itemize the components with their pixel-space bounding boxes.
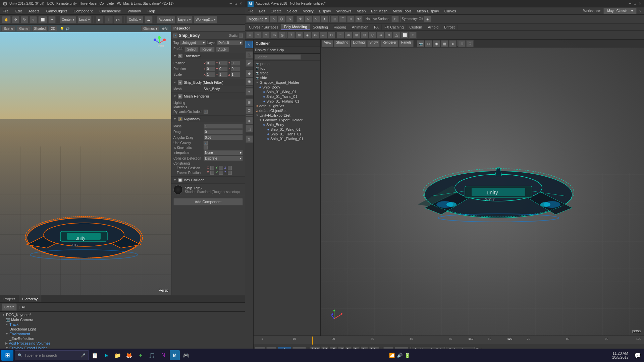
freeze-pos-x[interactable] — [210, 166, 214, 170]
add-component-button[interactable]: Add Component — [173, 198, 243, 205]
dynamic-occluded-checkbox[interactable]: ✓ — [204, 110, 208, 114]
snap-grid-btn[interactable]: ⊞ — [331, 16, 338, 22]
viewport-shading-menu[interactable]: Shading — [334, 40, 351, 47]
drag-input[interactable] — [204, 129, 243, 134]
maya-menu-mesh-tools[interactable]: Mesh Tools — [391, 8, 413, 14]
maya-menu-edit-mesh[interactable]: Edit Mesh — [370, 8, 389, 14]
vp-wireframe-btn[interactable]: □ — [425, 40, 432, 47]
list-item[interactable]: ▼Graybox_Export_Holder — [254, 80, 320, 85]
game-controller-icon[interactable]: 🎮 — [181, 350, 191, 360]
tab-poly-modeling[interactable]: Poly Modeling — [281, 24, 310, 30]
list-item[interactable]: 📷persp — [254, 61, 320, 66]
hierarchy-root[interactable]: ▼ DCC_Keynote* — [0, 312, 245, 317]
universal-tool-maya[interactable]: ✦ — [321, 16, 328, 22]
select-tool-btn[interactable]: ↖ — [270, 16, 277, 22]
bridge-btn[interactable]: ⊞ — [296, 32, 303, 39]
prefab-select-btn[interactable]: Select — [184, 47, 199, 52]
freeze-rot-x[interactable] — [210, 171, 214, 175]
soft-sel-btn[interactable]: ◉ — [246, 78, 253, 85]
list-item[interactable]: 📷side — [254, 75, 320, 80]
hierarchy-tab[interactable]: Hierarchy — [18, 295, 41, 302]
list-item[interactable]: ◈Ship_01_Wing_01 — [254, 89, 320, 94]
maya-menu-mesh[interactable]: Mesh — [355, 8, 367, 14]
maya-menu-display[interactable]: Display — [318, 8, 332, 14]
viewport-lighting-menu[interactable]: Lighting — [351, 40, 367, 47]
cloud-button[interactable]: ☁ — [145, 16, 153, 23]
cylinder-btn[interactable]: ⊓ — [262, 32, 270, 39]
tab-rigging[interactable]: Rigging — [331, 24, 349, 30]
firefox-icon[interactable]: 🦊 — [124, 350, 134, 360]
action-center-icon[interactable]: 💬 — [633, 350, 643, 360]
rot-x-input[interactable] — [206, 66, 215, 71]
battery-icon[interactable]: 🔋 — [405, 353, 410, 358]
snap-curve-btn[interactable]: ⌒ — [339, 16, 346, 22]
list-item[interactable]: ▼Graybox_Export_Holder — [254, 118, 320, 122]
maya-task-icon[interactable]: M — [170, 350, 180, 360]
separate-btn[interactable]: ⊟ — [361, 32, 368, 39]
local-dropdown[interactable]: Local — [77, 16, 92, 23]
maya-minimize-btn[interactable]: ─ — [629, 2, 631, 5]
maya-maximize-btn[interactable]: □ — [634, 2, 636, 5]
loop-btn[interactable]: ↔ — [320, 32, 327, 39]
step-button[interactable]: ⏭ — [114, 16, 122, 23]
outliner-search-input[interactable] — [255, 54, 301, 60]
menu-gameobject[interactable]: GameObject — [45, 8, 68, 14]
list-item[interactable]: ◈Ship_Body — [254, 122, 320, 127]
create-btn[interactable]: Create — [2, 303, 17, 311]
pause-button[interactable]: ⏸ — [105, 16, 113, 23]
gizmos-dropdown[interactable]: Gizmos ▾ — [141, 26, 159, 31]
scene-2d-btn[interactable]: 2D — [49, 26, 57, 31]
list-item[interactable]: ◈Ship_01_Wing_01 — [254, 127, 320, 132]
triangulate-btn[interactable]: △ — [393, 32, 400, 39]
mesh-renderer-header[interactable]: ▼ ◉ Mesh Renderer — [171, 93, 245, 100]
list-item[interactable]: 📷front — [254, 71, 320, 75]
play-button[interactable]: ▶ — [96, 16, 103, 23]
viewport-view-menu[interactable]: View — [322, 40, 333, 47]
vp-all-btn[interactable]: ◈ — [449, 40, 457, 47]
pos-y-input[interactable] — [218, 61, 228, 66]
freeze-rot-z[interactable] — [228, 171, 232, 175]
list-item[interactable]: ▼UnityFbxExportSet — [254, 113, 320, 118]
outliner-display-menu[interactable]: Display — [255, 48, 266, 52]
scene-lighting-btn[interactable]: 💡 — [60, 27, 64, 31]
scale-z-input[interactable] — [231, 72, 240, 77]
network-icon[interactable]: 📶 — [389, 353, 395, 358]
plane-btn[interactable]: ▭ — [270, 32, 278, 39]
center-dropdown[interactable]: Center — [60, 16, 76, 23]
move-tool-btn[interactable]: ✜ — [12, 16, 19, 23]
is-kinematic-checkbox[interactable] — [204, 145, 208, 149]
tag-dropdown[interactable]: Untagged▾ — [180, 40, 206, 45]
pos-z-input[interactable] — [231, 61, 240, 66]
merge-btn[interactable]: ⊙ — [312, 32, 319, 39]
menu-help[interactable]: Help — [146, 8, 157, 14]
show-manip-btn[interactable]: ✦ — [246, 88, 253, 96]
unity-close-btn[interactable]: ✕ — [239, 2, 242, 5]
tab-fx[interactable]: FX — [371, 24, 382, 30]
rot-y-input[interactable] — [218, 66, 228, 71]
move-tool-maya[interactable]: ✜ — [297, 16, 304, 22]
list-item[interactable]: ▼ Track — [0, 322, 245, 327]
viewport-panels-menu[interactable]: Panels — [399, 40, 414, 47]
combine-btn[interactable]: ⊞ — [353, 32, 360, 39]
collab-button[interactable]: Collab ▾ — [126, 16, 143, 23]
layers-dropdown[interactable]: Layers — [176, 16, 193, 23]
maya-menu-edit[interactable]: Edit — [258, 8, 267, 14]
volume-icon[interactable]: 🔊 — [397, 353, 402, 358]
account-dropdown[interactable]: Account — [157, 16, 175, 23]
workspace-selector[interactable]: Maya Classic▾ — [603, 8, 636, 14]
menu-window[interactable]: Window — [126, 8, 142, 14]
workspace-dropdown[interactable]: WorkingD... — [194, 16, 217, 23]
unity-scene-viewport[interactable]: Scene Game Shaded 2D 💡 🔊 Gizmos ▾ ⊕All — [0, 25, 171, 295]
tab-fx-caching[interactable]: FX Caching — [382, 24, 407, 30]
maya-viewport[interactable]: View Shading Lighting Show Renderer Pane… — [321, 40, 644, 336]
task-view-icon[interactable]: 📋 — [90, 350, 100, 360]
grid-display-btn[interactable]: ⊞ — [246, 99, 253, 106]
list-item[interactable]: 📷 Main Camera — [0, 317, 245, 322]
list-item[interactable]: ◈Ship_Body — [254, 85, 320, 89]
vp-shaded-btn[interactable]: ◉ — [433, 40, 440, 47]
list-item[interactable]: ◈Ship_01_Plating_01 — [254, 99, 320, 104]
prefab-apply-btn[interactable]: Apply — [216, 47, 229, 52]
edge-icon[interactable]: e — [101, 350, 111, 360]
maya-menu-curves[interactable]: Curves — [443, 8, 458, 14]
maya-menu-create[interactable]: Create — [269, 8, 283, 14]
